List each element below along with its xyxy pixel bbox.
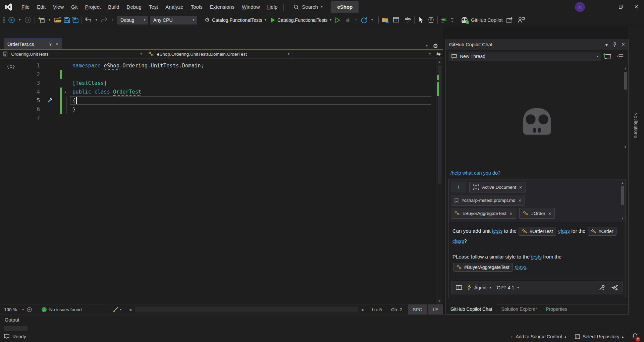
tab-properties[interactable]: Properties	[541, 304, 572, 314]
save-button[interactable]	[63, 15, 71, 25]
menu-item-view[interactable]: View	[49, 4, 67, 10]
scroll-up-icon[interactable]: ▲	[436, 60, 443, 63]
scroll-down-icon[interactable]: ▼	[436, 299, 443, 303]
context-chip[interactable]: #BuyerAggregateTest×	[451, 208, 516, 219]
solution-badge[interactable]: eShop	[331, 1, 359, 13]
menu-item-analyze[interactable]: Analyze	[162, 4, 187, 10]
menu-item-test[interactable]: Test	[145, 4, 162, 10]
scroll-down-icon[interactable]: ▼	[623, 146, 628, 149]
tab-notifications[interactable]: Notifications	[633, 112, 639, 138]
code-text[interactable]: [TestClass]	[72, 79, 107, 88]
context-chip[interactable]: Active Document×	[469, 182, 526, 192]
menu-item-tools[interactable]: Tools	[187, 4, 206, 10]
fold-chevron-icon[interactable]: ∨	[62, 88, 68, 96]
quick-actions-icon[interactable]	[47, 98, 53, 103]
message-link[interactable]: class	[558, 228, 570, 234]
chips-scrollbar[interactable]: ▲ ▼	[621, 181, 625, 220]
code-text[interactable]: {	[72, 96, 75, 105]
maximize-button[interactable]	[613, 0, 629, 14]
prompt-library-icon[interactable]	[455, 285, 462, 290]
redo-dropdown[interactable]: ▾	[108, 15, 116, 25]
help-link[interactable]: /help what can you do?	[450, 170, 500, 176]
chat-input-container[interactable]: +Active Document×#csharp-mstest.prompt.m…	[448, 179, 626, 298]
context-chip[interactable]: #csharp-mstest.prompt.md×	[451, 195, 525, 206]
spaces-indicator[interactable]: SPC	[408, 304, 427, 315]
menu-item-build[interactable]: Build	[104, 4, 123, 10]
message-link[interactable]: class	[452, 238, 464, 244]
navigate-back-dropdown[interactable]: ▾	[16, 15, 24, 25]
open-folder-icon[interactable]	[54, 15, 63, 25]
add-context-button[interactable]: +	[451, 182, 466, 192]
menu-item-window[interactable]: Window	[238, 4, 263, 10]
hot-reload-dropdown[interactable]: ▾	[352, 15, 360, 25]
solution-platform-select[interactable]: Any CPU ▾	[150, 16, 197, 24]
remove-chip-icon[interactable]: ×	[548, 211, 551, 216]
intellicode-icon[interactable]	[26, 307, 32, 312]
document-health-indicator[interactable]: ✓ No issues found	[42, 307, 82, 312]
share-icon[interactable]	[506, 15, 514, 25]
send-feedback-icon[interactable]	[517, 15, 525, 25]
code-text[interactable]: public class OrderTest	[72, 88, 141, 96]
find-in-files-icon[interactable]	[381, 15, 390, 25]
code-cleanup-dropdown[interactable]: ▾	[120, 308, 122, 311]
save-all-button[interactable]	[71, 15, 79, 25]
send-icon[interactable]	[611, 285, 619, 291]
test-list-icon[interactable]	[440, 15, 448, 25]
type-dropdown[interactable]: eShop.Ordering.UnitTests.Domain.OrderTes…	[145, 50, 293, 58]
scrollbar-thumb[interactable]	[621, 186, 624, 205]
add-to-source-control-button[interactable]: ↑ Add to Source Control ▴	[511, 334, 566, 339]
minimize-button[interactable]	[598, 0, 613, 14]
scroll-down-icon[interactable]: ▼	[621, 217, 625, 220]
menu-item-project[interactable]: Project	[81, 4, 104, 10]
toolbar-grip[interactable]	[3, 17, 5, 23]
window-position-dropdown[interactable]: ▾	[605, 42, 608, 47]
startup-project-select[interactable]: ⚙ Catalog.FunctionalTests ▾	[202, 17, 268, 23]
line-indicator[interactable]: Ln: 5	[367, 307, 386, 312]
close-tab-icon[interactable]: ×	[55, 41, 58, 47]
line-number[interactable]: 1	[0, 61, 40, 70]
close-panel-icon[interactable]: ×	[622, 41, 625, 48]
context-chip[interactable]: #Order×	[519, 208, 555, 219]
editor-vertical-scrollbar[interactable]: ▲ ▼	[436, 59, 443, 304]
hot-reload-button[interactable]	[344, 15, 352, 25]
inline-reference-chip[interactable]: #OrderTest	[519, 227, 556, 236]
navigate-back-button[interactable]	[7, 15, 16, 25]
project-dropdown[interactable]: Ordering.UnitTests ▾	[0, 50, 145, 58]
line-number[interactable]: 5	[0, 96, 40, 105]
line-ending-indicator[interactable]: LF	[428, 304, 443, 315]
spell-check-icon[interactable]: abc ✓	[404, 15, 412, 25]
chevron-down-icon[interactable]: ▾	[517, 286, 519, 289]
tab-github-copilot-chat[interactable]: GitHub Copilot Chat	[446, 304, 497, 314]
pin-icon[interactable]	[612, 42, 617, 47]
new-thread-icon[interactable]: +	[604, 53, 611, 59]
notifications-bell-button[interactable]: 2	[632, 333, 638, 340]
paste-format-icon[interactable]	[427, 15, 435, 25]
scroll-up-icon[interactable]: ▲	[621, 181, 625, 184]
menu-item-extensions[interactable]: Extensions	[206, 4, 238, 10]
tab-settings-gear-icon[interactable]: ⚙	[433, 43, 438, 49]
chat-input-text[interactable]: Can you add unit tests to the #OrderTest…	[448, 222, 626, 279]
message-link[interactable]: class	[515, 264, 526, 270]
code-text[interactable]: namespace eShop.Ordering.UnitTests.Domai…	[72, 61, 204, 70]
line-number[interactable]: 2	[0, 70, 40, 79]
github-copilot-status[interactable]: ✓ GitHub Copilot	[461, 17, 502, 23]
model-select[interactable]: GPT-4.1	[497, 285, 514, 290]
editor-horizontal-scrollbar[interactable]	[135, 306, 359, 312]
feedback-bubble-icon[interactable]	[4, 334, 9, 339]
tab-ordertest[interactable]: OrderTest.cs ×	[4, 39, 62, 49]
message-link[interactable]: tests	[492, 228, 503, 234]
window-layout-icon[interactable]	[392, 15, 400, 25]
close-button[interactable]: ×	[629, 0, 644, 14]
clear-chat-icon[interactable]	[616, 54, 624, 59]
user-avatar[interactable]: JC	[575, 2, 585, 12]
search-control[interactable]: Search ▾	[293, 4, 322, 10]
code-editor[interactable]: {} 1namespace eShop.Ordering.UnitTests.D…	[0, 59, 443, 304]
menu-item-git[interactable]: Git	[67, 4, 81, 10]
column-indicator[interactable]: Ch: 2	[386, 307, 407, 312]
remove-chip-icon[interactable]: ×	[519, 197, 522, 203]
selection-pointer-icon[interactable]	[417, 15, 425, 25]
start-debugging-button[interactable]: Catalog.FunctionalTests ▾	[268, 17, 334, 23]
new-project-button[interactable]	[37, 15, 46, 25]
output-tab-stub[interactable]	[4, 326, 28, 331]
remove-chip-icon[interactable]: ×	[519, 184, 522, 190]
